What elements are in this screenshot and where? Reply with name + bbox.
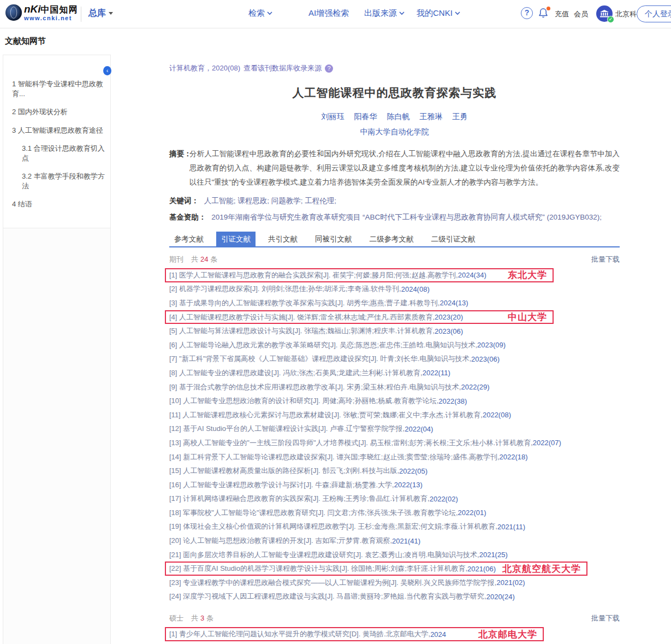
citation-link[interactable]: [24] 深度学习视域下人因工程课程思政建设与实践[J]. 马昌谱;黄丽玲;罗艳… bbox=[169, 592, 486, 601]
journal-citation-list: [1] 医学人工智能课程与思政教育的融合实践探索[J]. 崔笑宇;何嫒;滕月阳;… bbox=[169, 268, 620, 604]
nav-menu-item[interactable]: 我的CNKI bbox=[417, 8, 460, 19]
author-list: 刘丽珏阳春华陈白帆王雅琳王勇 bbox=[169, 111, 620, 122]
section-type-label: 硕士 bbox=[169, 613, 183, 623]
citation-link[interactable]: [6] 人工智能导论融入思政元素的教学改革策略研究[J]. 吴恋;陈恩恩;崔忠伟… bbox=[169, 340, 477, 350]
citation-link[interactable]: [10] 人工智能专业思想政治教育的设计和研究[J]. 周健;高玲;孙丽艳;杨威… bbox=[169, 396, 438, 406]
citation-link[interactable]: [16] 人工智能专业课程思政教学设计与探讨[J]. 牛森;薛建新;杨雯雅.大学… bbox=[169, 480, 394, 490]
personal-login-button[interactable]: 个人登录 bbox=[637, 5, 671, 22]
source-database-link[interactable]: 查看该刊数据库收录来源 bbox=[244, 63, 322, 73]
citation-link[interactable]: [13] 高校人工智能专业的"一主线三阶段四导师"人才培养模式[J]. 易玉根;… bbox=[169, 438, 533, 448]
cnki-logo[interactable]: nKi中国知网 www.cnki.net bbox=[5, 4, 78, 21]
outline-item[interactable]: 3.2 丰富教学手段和教学方法 bbox=[12, 172, 105, 191]
author-link[interactable]: 王雅琳 bbox=[420, 112, 443, 121]
sidebar-collapse-button[interactable]: ‹ bbox=[103, 66, 111, 75]
outline-item[interactable]: 3.1 合理设计思政教育切入点 bbox=[12, 144, 105, 163]
citation-tab[interactable]: 同被引文献 bbox=[310, 232, 357, 246]
citation-link[interactable]: [1] 医学人工智能课程与思政教育的融合实践探索[J]. 崔笑宇;何嫒;滕月阳;… bbox=[169, 270, 458, 280]
sidebar-lower-panel bbox=[3, 228, 110, 644]
citation-row: [18] 军事院校"人工智能导论"课程思政教育研究[J]. 闫文君;方伟;张兵强… bbox=[169, 506, 620, 520]
citation-row: [13] 高校人工智能专业的"一主线三阶段四导师"人才培养模式[J]. 易玉根;… bbox=[169, 436, 620, 450]
university-annotation: 东北大学 bbox=[508, 269, 547, 281]
notification-bell-icon[interactable] bbox=[538, 7, 550, 19]
citation-link[interactable]: [15] 人工智能课程教材高质量出版的路径探析[J]. 郜云飞;刘刚.科技与出版… bbox=[169, 466, 399, 476]
article-title: 人工智能课程中的思政教育探索与实践 bbox=[169, 85, 620, 101]
citation-link[interactable]: [7] "新工科"背景下省属高校《人工智能基础》课程思政建设探究[J]. 叶青;… bbox=[169, 354, 471, 364]
university-annotation: 北京邮电大学 bbox=[478, 628, 537, 641]
author-link[interactable]: 阳春华 bbox=[354, 112, 377, 121]
nav-menu-item[interactable]: 检索 bbox=[248, 8, 272, 19]
citation-link[interactable]: [20] 论人工智能与思想政治教育课程的开发[J]. 吉如军;亓梦霄.教育观察, bbox=[169, 536, 392, 546]
citation-link[interactable]: [23] 专业课程教学中的课程思政融合模式探究——以人工智能课程为例[J]. 吴… bbox=[169, 578, 496, 588]
citation-row: [11] 人工智能课程思政核心元素探讨与思政素材建设[J]. 张敏;贾可荣;魏娜… bbox=[169, 408, 620, 422]
citation-row: [9] 基于混合式教学的信息技术应用课程思政教学改革[J]. 宋勇;梁玉林;程伯… bbox=[169, 380, 620, 394]
article-main: 计算机教育，2020(08) 查看该刊数据库收录来源 ? 人工智能课程中的思政教… bbox=[111, 28, 671, 644]
author-link[interactable]: 陈白帆 bbox=[387, 112, 410, 121]
nav-menu-item[interactable]: AI增强检索 bbox=[308, 8, 349, 19]
batch-download-link[interactable]: 批量下载 bbox=[591, 255, 620, 264]
chevron-down-icon bbox=[267, 11, 272, 15]
keywords-label: 关键词： bbox=[169, 197, 199, 205]
citation-date: 2022(07) bbox=[533, 439, 561, 447]
citation-link[interactable]: [21] 面向多层次培养目标的人工智能专业课程思政建设研究[J]. 袁艺;聂秀山… bbox=[169, 550, 479, 560]
citation-link[interactable]: [22] 基于百度AI Studio的机器学习课程教学设计与实践[J]. 徐国艳… bbox=[169, 564, 467, 574]
citation-date: 2023(09) bbox=[477, 341, 506, 349]
nav-menu-item[interactable]: 出版来源 bbox=[364, 8, 405, 19]
citation-row: [17] 计算机网络课程融合思政教育的实践探索[J]. 王粉梅;王秀珍;鲁晶红.… bbox=[169, 492, 620, 506]
citation-date: 2021(02) bbox=[496, 578, 525, 587]
batch-download-link[interactable]: 批量下载 bbox=[591, 613, 620, 623]
citation-tab[interactable]: 二级引证文献 bbox=[426, 232, 480, 246]
citation-date: 2024 bbox=[430, 630, 446, 639]
help-icon[interactable]: ? bbox=[521, 7, 533, 19]
citation-link[interactable]: [1] 青少年人工智能伦理问题认知水平提升的教学模式研究[D]. 黄琦皓.北京邮… bbox=[169, 629, 430, 639]
fund-label: 基金资助： bbox=[169, 213, 206, 221]
citation-link[interactable]: [8] 人工智能专业的课程思政建设[J]. 冯欣;张杰;石美凤;龙建武;兰利彬.… bbox=[169, 368, 423, 378]
citation-row: [4] 人工智能课程思政教学设计与实施[J]. 饶洋辉;雷全祺;林志城;严佳凡.… bbox=[165, 310, 554, 324]
citation-row: [2] 高校思想政治理论课智能化教学现状及提升路径研究[D]. 吴之杰.武汉轻工… bbox=[169, 641, 620, 644]
citation-link[interactable]: [12] 基于AI Studio平台的人工智能课程设计实践[J]. 卢睿.辽宁警… bbox=[169, 424, 405, 434]
citation-link[interactable]: [3] 基于成果导向的人工智能课程教学改革探索与实践[J]. 胡秀华;惠燕;曹子… bbox=[169, 298, 440, 308]
affiliation-link[interactable]: 中南大学自动化学院 bbox=[169, 127, 620, 137]
citation-row: [16] 人工智能专业课程思政教学设计与探讨[J]. 牛森;薛建新;杨雯雅.大学… bbox=[169, 478, 620, 492]
institution-avatar[interactable]: ✓ bbox=[596, 5, 613, 22]
author-link[interactable]: 刘丽珏 bbox=[322, 112, 345, 121]
notification-dot bbox=[547, 7, 550, 10]
fund-link[interactable]: 2019年湖南省学位与研究生教育改革研究项目 “ABC时代下工科专业课程与思政教… bbox=[211, 213, 602, 221]
citation-date: 2022(04) bbox=[405, 425, 433, 433]
master-count: 3 bbox=[200, 614, 204, 622]
citation-date: 2024(08) bbox=[401, 285, 430, 293]
citation-tab[interactable]: 参考文献 bbox=[169, 232, 209, 246]
author-link[interactable]: 王勇 bbox=[453, 112, 468, 121]
citation-link[interactable]: [11] 人工智能课程思政核心元素探讨与思政素材建设[J]. 张敏;贾可荣;魏娜… bbox=[169, 410, 483, 420]
info-question-icon[interactable]: ? bbox=[325, 64, 333, 73]
citation-date: 2021(11) bbox=[497, 523, 525, 531]
outline-item[interactable]: 2 国内外现状分析 bbox=[12, 107, 105, 117]
abstract-block: 摘要： 分析人工智能课程中思政教育的必要性和国内外研究现状,介绍在人工智能课程中… bbox=[169, 147, 620, 190]
keywords-row: 关键词： 人工智能; 课程思政; 问题教学; 工程伦理; bbox=[169, 196, 620, 206]
citation-date: 2021(06) bbox=[467, 565, 496, 573]
citation-link[interactable]: [9] 基于混合式教学的信息技术应用课程思政教学改革[J]. 宋勇;梁玉林;程伯… bbox=[169, 382, 461, 392]
citation-date: 2022(13) bbox=[394, 481, 423, 489]
citation-tab[interactable]: 引证文献 bbox=[216, 232, 256, 246]
member-link[interactable]: 会员 bbox=[574, 9, 588, 19]
outline-item[interactable]: 3 人工智能课程思政教育途径 bbox=[12, 126, 105, 135]
citation-date: 2022(18) bbox=[500, 453, 528, 461]
citation-tab[interactable]: 二级参考文献 bbox=[365, 232, 419, 246]
citation-row: [2] 机器学习课程思政探索[J]. 刘明剑;张思佳;孙华;胡泽元;李奇涵.软件… bbox=[169, 282, 620, 297]
recharge-link[interactable]: 充值 bbox=[555, 9, 569, 19]
db-switch-dropdown[interactable]: 总库 bbox=[88, 8, 113, 19]
citation-tab[interactable]: 共引文献 bbox=[263, 232, 302, 246]
journal-source-link[interactable]: 计算机教育，2020(08) bbox=[169, 63, 240, 73]
citation-link[interactable]: [19] 体现社会主义核心价值观的计算机网络课程思政教学[J]. 王杉;金海燕;… bbox=[169, 522, 497, 531]
citation-link[interactable]: [17] 计算机网络课程融合思政教育的实践探索[J]. 王粉梅;王秀珍;鲁晶红.… bbox=[169, 494, 430, 504]
citation-row: [1] 青少年人工智能伦理问题认知水平提升的教学模式研究[D]. 黄琦皓.北京邮… bbox=[165, 627, 544, 641]
university-annotation: 北京航空航天大学 bbox=[502, 563, 581, 575]
citation-link[interactable]: [5] 人工智能与算法课程思政设计与实践[J]. 张瑞杰;魏福山;郭渊博;程庆丰… bbox=[169, 326, 435, 336]
keywords-links[interactable]: 人工智能; 课程思政; 问题教学; 工程伦理; bbox=[204, 197, 336, 205]
citation-date: 2024(13) bbox=[440, 299, 468, 307]
outline-item[interactable]: 4 结语 bbox=[12, 199, 105, 209]
citation-link[interactable]: [4] 人工智能课程思政教学设计与实施[J]. 饶洋辉;雷全祺;林志城;严佳凡.… bbox=[169, 312, 435, 322]
citation-link[interactable]: [14] 新工科背景下人工智能导论课程思政建设探索[J]. 谭兴国;李晓红;赵止… bbox=[169, 452, 500, 462]
citation-link[interactable]: [2] 机器学习课程思政探索[J]. 刘明剑;张思佳;孙华;胡泽元;李奇涵.软件… bbox=[169, 284, 401, 294]
citation-link[interactable]: [18] 军事院校"人工智能导论"课程思政教育研究[J]. 闫文君;方伟;张兵强… bbox=[169, 508, 458, 518]
outline-item[interactable]: 1 智能科学专业课程中思政教育... bbox=[12, 79, 105, 98]
